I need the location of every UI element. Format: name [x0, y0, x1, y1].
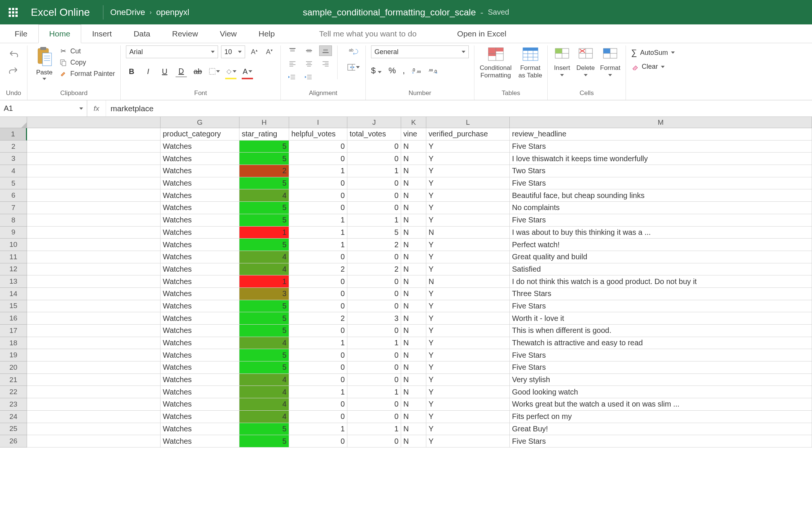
cell[interactable]: 5 — [239, 141, 289, 153]
cell[interactable]: Watches — [161, 153, 239, 165]
cell[interactable]: Watches — [161, 214, 239, 227]
cell[interactable]: N — [401, 251, 426, 263]
accounting-format-button[interactable]: $ — [371, 66, 382, 76]
cell[interactable]: Watches — [161, 349, 239, 361]
align-left-button[interactable] — [286, 58, 299, 69]
cell[interactable] — [27, 128, 161, 141]
cell[interactable]: Y — [426, 165, 510, 177]
cell[interactable]: review_headline — [510, 128, 812, 141]
fx-label[interactable]: fx — [87, 100, 106, 116]
cell[interactable]: 1 — [289, 239, 347, 251]
cell[interactable] — [27, 202, 161, 214]
cell[interactable]: Watches — [161, 227, 239, 239]
cell[interactable]: 5 — [239, 325, 289, 337]
cell[interactable]: N — [401, 300, 426, 313]
breadcrumb-root[interactable]: OneDrive — [110, 8, 145, 17]
cell[interactable]: 1 — [347, 214, 401, 227]
undo-button[interactable] — [8, 48, 20, 58]
format-painter-button[interactable]: Format Painter — [59, 70, 115, 78]
column-header-H[interactable]: H — [239, 117, 289, 128]
cut-button[interactable]: ✂ Cut — [59, 47, 115, 55]
cell[interactable]: N — [401, 165, 426, 177]
cell[interactable]: 0 — [347, 374, 401, 386]
cell[interactable]: 5 — [239, 153, 289, 165]
row-header[interactable]: 1 — [0, 128, 27, 141]
cell[interactable]: 1 — [347, 165, 401, 177]
cell[interactable]: Watches — [161, 361, 239, 374]
conditional-formatting-button[interactable]: Conditional Formatting — [480, 46, 512, 80]
cell[interactable]: 0 — [347, 275, 401, 288]
cell[interactable]: verified_purchase — [426, 128, 510, 141]
row-header[interactable]: 9 — [0, 227, 27, 239]
row-header[interactable]: 23 — [0, 398, 27, 411]
cell[interactable]: Y — [426, 251, 510, 263]
cell[interactable]: Y — [426, 288, 510, 300]
cell[interactable]: Watches — [161, 239, 239, 251]
column-header-J[interactable]: J — [347, 117, 401, 128]
cell[interactable]: Watches — [161, 374, 239, 386]
cell[interactable]: Y — [426, 435, 510, 448]
row-header[interactable]: 12 — [0, 263, 27, 276]
cell[interactable] — [27, 411, 161, 423]
cell[interactable]: Three Stars — [510, 288, 812, 300]
bold-button[interactable]: B — [126, 66, 137, 77]
cell[interactable] — [27, 435, 161, 448]
cell[interactable]: 1 — [347, 423, 401, 435]
row-header[interactable]: 14 — [0, 288, 27, 300]
cell[interactable]: 4 — [239, 411, 289, 423]
cell[interactable]: N — [401, 177, 426, 190]
cell[interactable]: 0 — [289, 141, 347, 153]
cell[interactable]: 0 — [347, 177, 401, 190]
cell[interactable] — [27, 239, 161, 251]
cell[interactable]: Y — [426, 189, 510, 202]
tell-me-search[interactable]: Tell me what you want to do — [308, 24, 427, 43]
cell[interactable]: N — [401, 374, 426, 386]
increase-decimal-button[interactable]: .0.00 — [412, 67, 421, 74]
cell[interactable]: N — [401, 227, 426, 239]
cell[interactable]: 5 — [239, 312, 289, 325]
cell[interactable]: 5 — [239, 361, 289, 374]
cell[interactable]: 1 — [289, 386, 347, 398]
cell[interactable]: 0 — [347, 411, 401, 423]
cell[interactable]: vine — [401, 128, 426, 141]
cell[interactable]: 4 — [239, 189, 289, 202]
cell[interactable]: 0 — [289, 300, 347, 313]
cell[interactable]: 1 — [289, 337, 347, 349]
cell[interactable]: Good looking watch — [510, 386, 812, 398]
cell[interactable]: Watches — [161, 411, 239, 423]
cell[interactable]: helpful_votes — [289, 128, 347, 141]
cell[interactable]: Watches — [161, 177, 239, 190]
cell[interactable]: Y — [426, 361, 510, 374]
cell[interactable]: Two Stars — [510, 165, 812, 177]
cell[interactable]: 5 — [239, 435, 289, 448]
underline-button[interactable]: U — [159, 66, 170, 77]
column-header-M[interactable]: M — [510, 117, 812, 128]
cell[interactable]: 0 — [289, 374, 347, 386]
cell[interactable]: 2 — [289, 263, 347, 276]
cell[interactable]: Very stylish — [510, 374, 812, 386]
row-header[interactable]: 20 — [0, 361, 27, 374]
cell[interactable]: Thewatch is attractive and easy to read — [510, 337, 812, 349]
increase-font-button[interactable]: A▴ — [248, 46, 260, 57]
cell[interactable]: 0 — [347, 325, 401, 337]
cell[interactable]: 1 — [347, 337, 401, 349]
cell[interactable]: N — [401, 398, 426, 411]
cell[interactable] — [27, 227, 161, 239]
cell[interactable]: Y — [426, 374, 510, 386]
cell[interactable]: 1 — [347, 386, 401, 398]
cell[interactable]: Watches — [161, 251, 239, 263]
cell[interactable] — [27, 141, 161, 153]
redo-button[interactable] — [8, 65, 20, 75]
cell[interactable]: 0 — [347, 251, 401, 263]
cell[interactable] — [27, 288, 161, 300]
cell[interactable]: 0 — [347, 435, 401, 448]
cell[interactable]: product_category — [161, 128, 239, 141]
merge-cells-button[interactable] — [347, 61, 360, 73]
cell[interactable] — [27, 214, 161, 227]
font-size-combo[interactable]: 10 — [221, 45, 245, 58]
row-header[interactable]: 21 — [0, 374, 27, 386]
cell[interactable]: Five Stars — [510, 349, 812, 361]
document-name[interactable]: sample_conditional_formatting_color_scal… — [303, 7, 476, 18]
cell[interactable]: Watches — [161, 288, 239, 300]
name-box[interactable]: A1 — [0, 100, 87, 116]
